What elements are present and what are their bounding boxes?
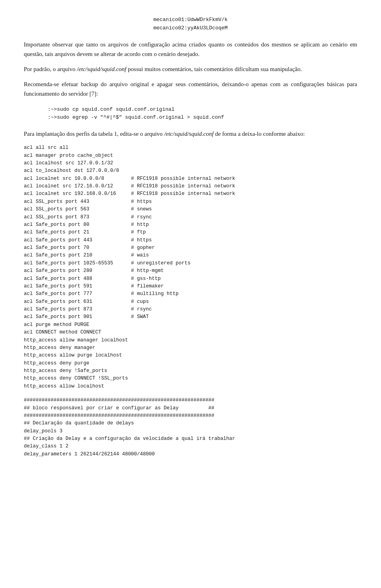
paragraph-2-start: Por padrão, o arquivo <box>24 66 77 72</box>
header-line1: mecanico01:UdwWDrkFkmV/k <box>24 16 357 24</box>
header-line2: mecanico02:yyAkU3LDcoqeM <box>24 24 357 33</box>
paragraph-2-italic: /etc/squid/squid.conf <box>77 66 127 72</box>
paragraph-4-italic: /etc/squid/squid.conf <box>164 131 214 137</box>
config-block: acl all src all acl manager proto cache_… <box>24 144 357 390</box>
paragraph-1: Importante observar que tanto os arquivo… <box>24 40 357 59</box>
paragraph-3: Recomenda-se efetuar backup do arquivo o… <box>24 79 357 98</box>
code-block-1: :~>sudo cp squid.conf squid.conf.origina… <box>48 106 357 122</box>
hash-block: ########################################… <box>24 397 357 458</box>
centered-header: mecanico01:UdwWDrkFkmV/k mecanico02:yyAk… <box>24 16 357 33</box>
paragraph-4-end: de forma a deixa-lo conforme abaixo: <box>214 131 305 137</box>
paragraph-2-end: possui muitos comentários, tais comentár… <box>126 66 302 72</box>
paragraph-4-start: Para implantação dos perfis da tabela 1,… <box>24 131 164 137</box>
code-line-2: :~>sudo egrep -v "^#|^$" squid.conf.orig… <box>48 114 357 122</box>
paragraph-2: Por padrão, o arquivo /etc/squid/squid.c… <box>24 64 357 74</box>
paragraph-4: Para implantação dos perfis da tabela 1,… <box>24 129 357 139</box>
code-line-1: :~>sudo cp squid.conf squid.conf.origina… <box>48 106 357 114</box>
